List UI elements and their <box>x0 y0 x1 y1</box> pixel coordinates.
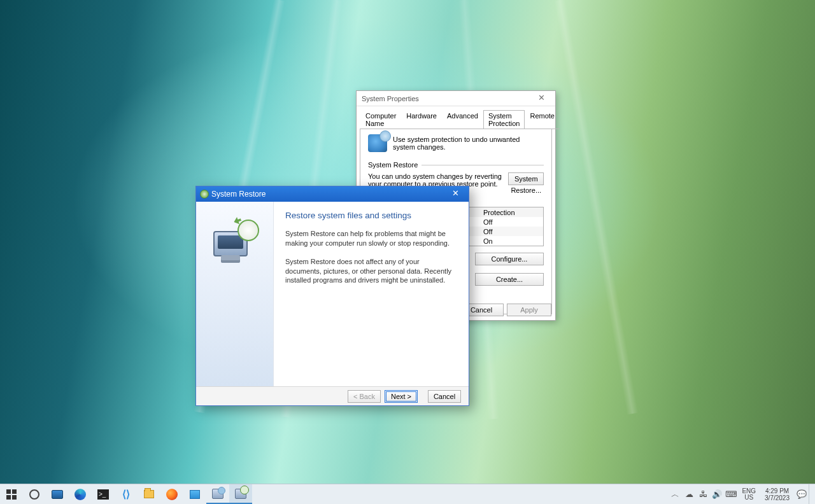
system-restore-titlebar[interactable]: System Restore ✕ <box>196 186 469 202</box>
group-label-system-restore: System Restore <box>368 161 422 169</box>
next-button[interactable]: Next > <box>385 390 418 403</box>
wizard-paragraph-1: System Restore can help fix problems tha… <box>285 229 457 248</box>
show-desktop-button[interactable] <box>809 484 812 504</box>
tab-remote[interactable]: Remote <box>525 110 560 129</box>
system-properties-titlebar[interactable]: System Properties ✕ <box>357 91 555 106</box>
taskbar-vscode[interactable]: ⟨⟩ <box>115 484 138 504</box>
create-button[interactable]: Create... <box>475 273 544 286</box>
col-protection: Protection <box>479 207 543 217</box>
system-restore-button[interactable]: System Restore... <box>508 172 544 185</box>
system-properties-tabs: Computer Name Hardware Advanced System P… <box>357 110 555 129</box>
volume-icon[interactable]: 🔊 <box>710 489 724 499</box>
taskbar-terminal[interactable]: >_ <box>92 484 115 504</box>
wizard-right-pane: Restore system files and settings System… <box>274 202 469 386</box>
start-button[interactable] <box>0 484 23 504</box>
taskbar-system-restore[interactable] <box>229 484 252 504</box>
wizard-footer: < Back Next > Cancel <box>196 386 469 405</box>
group-divider <box>422 165 544 165</box>
system-restore-icon <box>200 190 209 199</box>
taskbar-firefox[interactable] <box>160 484 183 504</box>
system-restore-title: System Restore <box>211 190 266 199</box>
wizard-heading: Restore system files and settings <box>285 211 457 220</box>
system-properties-title: System Properties <box>362 95 419 102</box>
taskbar-file-explorer[interactable] <box>138 484 160 504</box>
tab-system-protection[interactable]: System Protection <box>483 110 525 129</box>
network-icon[interactable]: 🖧 <box>696 489 710 499</box>
system-restore-window: System Restore ✕ Restore system files an… <box>195 186 469 406</box>
wizard-paragraph-2: System Restore does not affect any of yo… <box>285 257 457 286</box>
tab-hardware[interactable]: Hardware <box>401 110 442 129</box>
taskbar-clock[interactable]: 4:29 PM 3/7/2023 <box>760 487 795 501</box>
notifications-icon[interactable]: 💬 <box>795 489 809 499</box>
language-indicator[interactable]: ENG US <box>738 488 760 501</box>
taskbar: >_ ⟨⟩ ︿ ☁ 🖧 🔊 ⌨ ENG US 4:29 PM 3/7/2023 … <box>0 484 815 504</box>
keyboard-icon[interactable]: ⌨ <box>724 489 738 499</box>
taskbar-system-properties[interactable] <box>206 484 229 504</box>
cancel-button[interactable]: Cancel <box>428 390 461 403</box>
configure-button[interactable]: Configure... <box>475 253 544 265</box>
onedrive-icon[interactable]: ☁ <box>682 489 696 499</box>
taskbar-settings[interactable] <box>23 484 46 504</box>
tab-advanced[interactable]: Advanced <box>442 110 483 129</box>
system-tray: ︿ ☁ 🖧 🔊 ⌨ ENG US 4:29 PM 3/7/2023 💬 <box>668 484 815 504</box>
system-protection-headline: Use system protection to undo unwanted s… <box>393 134 536 151</box>
close-icon[interactable]: ✕ <box>442 186 469 202</box>
tab-computer-name[interactable]: Computer Name <box>360 110 401 129</box>
taskbar-edge[interactable] <box>69 484 92 504</box>
back-button[interactable]: < Back <box>348 390 381 403</box>
system-protection-icon <box>368 134 387 152</box>
tray-overflow-icon[interactable]: ︿ <box>668 489 682 500</box>
taskbar-spacer <box>252 484 668 504</box>
taskbar-security-monitor[interactable] <box>46 484 69 504</box>
wizard-left-pane <box>196 202 274 386</box>
close-icon[interactable]: ✕ <box>527 91 555 106</box>
restore-graphic-icon <box>209 217 260 268</box>
apply-button[interactable]: Apply <box>507 304 551 316</box>
taskbar-photos[interactable] <box>183 484 206 504</box>
